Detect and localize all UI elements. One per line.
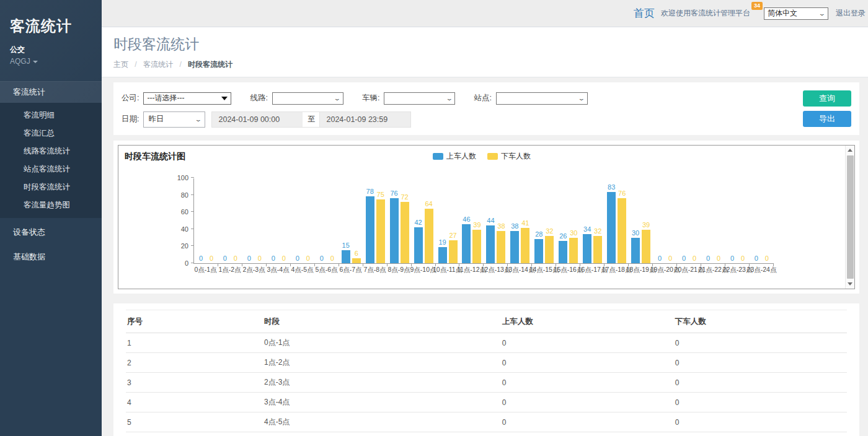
legend-swatch-blue [433, 153, 443, 160]
bar-value-label: 38 [497, 222, 505, 230]
table-cell: 4 [126, 393, 263, 412]
sidebar-item[interactable]: 客流明细 [0, 107, 102, 124]
bar-value-label: 0 [210, 255, 213, 262]
content: 公司: ---请选择--- 线路: ⌄ 车辆: ⌄ [102, 77, 868, 436]
bar-value-label: 0 [306, 255, 310, 262]
table-cell: 3 [126, 373, 263, 393]
bar-group: 156 [339, 178, 363, 263]
breadcrumb-section[interactable]: 客流统计 [143, 60, 173, 69]
language-select-wrap: 34 简体中文 ⌄ [764, 7, 828, 20]
bar-group: 00 [291, 178, 315, 263]
table-cell: 1 [126, 333, 263, 353]
x-axis-label: 5点-6点 [314, 266, 339, 274]
table-column-header: 上车人数 [501, 310, 674, 333]
app-brand: 客流统计 [0, 0, 102, 36]
station-select[interactable]: ⌄ [496, 92, 588, 105]
bar-value-label: 0 [234, 255, 237, 262]
x-axis-label: 23点-24点 [750, 266, 774, 274]
chart-plot: 0204060801000000000000001567875767242641… [193, 178, 774, 264]
bar [559, 241, 567, 263]
bar-value-label: 34 [583, 225, 591, 233]
scrollbar-thumb[interactable] [847, 155, 854, 279]
table-cell: 0 [501, 373, 674, 393]
bar-group: 3841 [508, 178, 532, 263]
sidebar-section-0[interactable]: 客流统计 [0, 81, 102, 103]
bar-slot: 0 [269, 178, 278, 263]
bar-slot: 42 [414, 178, 423, 263]
date-from-input[interactable] [211, 111, 303, 128]
chevron-down-icon: ⌄ [818, 11, 826, 17]
bar-slot: 38 [510, 178, 519, 263]
language-value: 简体中文 [768, 8, 797, 19]
export-button[interactable]: 导出 [803, 111, 851, 127]
table-cell: 0 [674, 432, 847, 436]
scroll-down-arrow-icon[interactable] [846, 279, 855, 289]
bar-value-label: 0 [258, 255, 262, 262]
vehicle-select[interactable]: ⌄ [384, 92, 455, 105]
sidebar-item[interactable]: 站点客流统计 [0, 160, 102, 178]
bar-group: 00 [750, 178, 774, 263]
bar-value-label: 75 [377, 191, 384, 198]
bar-value-label: 41 [521, 219, 529, 227]
line-select[interactable]: ⌄ [272, 92, 343, 105]
bar-slot: 0 [728, 178, 737, 263]
y-tick-label: 20 [166, 242, 188, 250]
bar-slot: 32 [593, 178, 602, 263]
legend-item-alighting[interactable]: 下车人数 [487, 151, 531, 162]
sidebar-item[interactable]: 客流量趋势图 [0, 196, 102, 214]
bar-group: 00 [653, 178, 677, 263]
bar [390, 198, 399, 263]
bar-value-label: 19 [438, 238, 446, 246]
bar-slot: 34 [583, 178, 591, 263]
bar-value-label: 72 [401, 193, 408, 201]
table-cell: 0 [501, 333, 674, 353]
x-axis-label: 15点-16点 [556, 266, 580, 274]
table-cell: 3点-4点 [263, 393, 501, 412]
bar-slot: 0 [666, 178, 675, 263]
user-dropdown[interactable]: AQGJ [10, 57, 92, 66]
bar-slot: 0 [690, 178, 699, 263]
date-preset-select[interactable]: 昨日 ⌄ [143, 111, 205, 128]
language-select[interactable]: 简体中文 ⌄ [764, 7, 828, 20]
sidebar-section-1[interactable]: 设备状态 [0, 222, 102, 243]
bar-slot: 27 [449, 178, 458, 263]
bar-group: 00 [315, 178, 339, 263]
company-label: 公司: [122, 93, 139, 103]
sidebar-item[interactable]: 线路客流统计 [0, 142, 102, 160]
sidebar-section-2[interactable]: 基础数据 [0, 246, 102, 268]
breadcrumb-home[interactable]: 主页 [113, 60, 128, 69]
bar-slot: 72 [401, 178, 409, 263]
chart-legend: 上车人数 下车人数 [118, 151, 845, 162]
table-cell: 4点-5点 [263, 412, 501, 432]
x-axis-label: 18点-19点 [629, 266, 653, 274]
query-button[interactable]: 查询 [803, 90, 851, 107]
bar-group: 3432 [580, 178, 604, 263]
table-cell: 0 [501, 432, 674, 436]
bar-value-label: 27 [449, 232, 456, 239]
logout-link[interactable]: 退出登录 [836, 8, 866, 19]
bar [366, 196, 374, 263]
chart-box: 时段车流统计图 上车人数 下车人数 0204060801000000000000… [118, 145, 855, 289]
table-row: 10点-1点00 [126, 333, 847, 353]
bar-value-label: 30 [570, 229, 577, 237]
bar-value-label: 0 [730, 255, 734, 262]
bar-group: 2630 [556, 178, 580, 263]
x-axis-label: 7点-8点 [363, 266, 387, 274]
sidebar-item[interactable]: 时段客流统计 [0, 178, 102, 196]
bar-slot: 0 [752, 178, 761, 263]
bar-value-label: 0 [296, 255, 299, 262]
scroll-up-arrow-icon[interactable] [846, 146, 855, 155]
bar-value-label: 44 [487, 217, 494, 224]
x-axis-label: 6点-7点 [339, 266, 363, 274]
company-select[interactable]: ---请选择--- [143, 92, 231, 105]
bar-value-label: 0 [668, 255, 672, 262]
legend-item-boarding[interactable]: 上车人数 [433, 151, 476, 162]
bar-value-label: 28 [535, 230, 542, 238]
bar-group: 00 [701, 178, 725, 263]
bar [486, 225, 495, 263]
home-link[interactable]: 首页 [634, 6, 655, 20]
date-to-input[interactable] [319, 111, 411, 128]
table-cell: 0 [501, 393, 674, 412]
chart-scrollbar[interactable] [845, 146, 854, 289]
sidebar-item[interactable]: 客流汇总 [0, 124, 102, 142]
